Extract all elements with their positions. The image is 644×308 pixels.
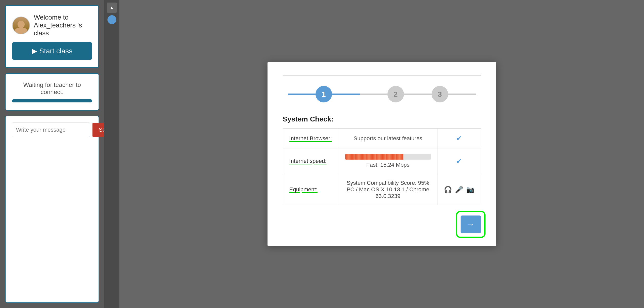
- equipment-label: Equipment:: [283, 174, 339, 205]
- welcome-header: Welcome to Alex_teachers 's class: [12, 13, 92, 37]
- waiting-card: Waiting for teacher to connect.: [5, 73, 99, 111]
- chat-card: Send: [5, 116, 99, 303]
- chat-input[interactable]: [12, 122, 90, 137]
- check-icon: ✔: [456, 157, 462, 165]
- speed-label: Internet speed:: [283, 148, 339, 174]
- speed-bar-container: [345, 154, 431, 160]
- panel-indicator: [107, 15, 116, 24]
- step-2-circle: 2: [387, 86, 404, 102]
- equipment-score: System Compatibility Score: 95%: [345, 180, 431, 186]
- table-row: Internet Browser: Supports our latest fe…: [283, 129, 481, 148]
- check-icon: ✔: [456, 134, 462, 142]
- headphones-icon: 🎧: [444, 186, 452, 194]
- progress-bar: [12, 99, 92, 102]
- step-3-circle: 3: [432, 86, 448, 102]
- speed-bar-fill: [345, 154, 403, 160]
- system-check-title: System Check:: [283, 115, 481, 123]
- browser-status: ✔: [437, 129, 481, 148]
- sidebar: Welcome to Alex_teachers 's class ▶ Star…: [0, 0, 104, 308]
- step-line-3: [404, 94, 432, 95]
- start-class-button[interactable]: ▶ Start class: [12, 42, 92, 60]
- table-row: Internet speed: Fast: 15.24 Mbps ✔: [283, 148, 481, 174]
- next-button-wrapper: →: [461, 215, 481, 233]
- equipment-icons-cell: 🎧 🎤 📷: [437, 174, 481, 205]
- step-1-circle: 1: [316, 86, 332, 102]
- browser-label: Internet Browser:: [283, 129, 339, 148]
- welcome-text: Welcome to Alex_teachers 's class: [34, 13, 92, 37]
- avatar: [12, 17, 30, 34]
- speed-value: Fast: 15.24 Mbps: [339, 148, 437, 174]
- waiting-text: Waiting for teacher to connect.: [12, 81, 92, 96]
- table-row: Equipment: System Compatibility Score: 9…: [283, 174, 481, 205]
- microphone-icon: 🎤: [455, 186, 463, 194]
- speed-status: ✔: [437, 148, 481, 174]
- step-line-end: [448, 94, 476, 95]
- chevron-up-icon[interactable]: ▲: [107, 3, 117, 13]
- step-line-2b: [360, 94, 387, 95]
- equipment-system: PC / Mac OS X 10.13.1 / Chrome 63.0.3239: [345, 186, 431, 199]
- camera-icon: 📷: [466, 186, 474, 194]
- equipment-icons: 🎧 🎤 📷: [444, 186, 474, 194]
- equipment-value: System Compatibility Score: 95% PC / Mac…: [339, 174, 437, 205]
- steps-container: 1 2 3: [283, 86, 481, 102]
- chat-input-row: Send: [12, 122, 92, 137]
- welcome-card: Welcome to Alex_teachers 's class ▶ Star…: [5, 5, 99, 68]
- browser-value: Supports our latest features: [339, 129, 437, 148]
- next-button-ring: [456, 211, 485, 238]
- step-line-2a: [332, 94, 360, 95]
- system-check-table: Internet Browser: Supports our latest fe…: [283, 128, 481, 205]
- step-line-1: [288, 94, 316, 95]
- system-check-modal: 1 2 3 System Check: Internet Browser: Su…: [268, 62, 496, 246]
- modal-overlay: 1 2 3 System Check: Internet Browser: Su…: [119, 0, 644, 308]
- next-button-container: →: [283, 215, 481, 233]
- modal-top-divider: [283, 75, 481, 76]
- speed-text: Fast: 15.24 Mbps: [366, 162, 410, 168]
- thin-panel: ▲: [104, 0, 119, 308]
